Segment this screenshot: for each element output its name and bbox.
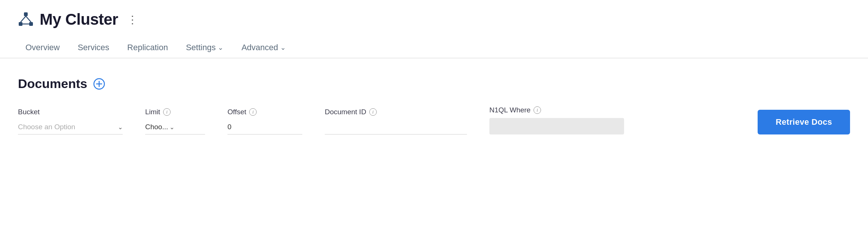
retrieve-docs-button[interactable]: Retrieve Docs — [758, 110, 850, 134]
document-id-info-icon[interactable]: i — [369, 108, 377, 116]
navigation-tabs: Overview Services Replication Settings ⌄… — [0, 37, 868, 58]
main-content: Documents Bucket Choose an Option ⌄ Limi… — [0, 58, 868, 134]
svg-rect-2 — [29, 22, 33, 26]
limit-select[interactable]: Choo... ⌄ — [145, 120, 205, 134]
cluster-title: My Cluster — [40, 10, 118, 28]
offset-label: Offset i — [227, 108, 302, 116]
settings-dropdown-icon: ⌄ — [218, 43, 223, 52]
tab-advanced[interactable]: Advanced ⌄ — [234, 37, 293, 58]
limit-label: Limit i — [145, 108, 205, 116]
limit-chevron-icon: ⌄ — [169, 124, 174, 131]
more-options-icon[interactable]: ⋮ — [124, 12, 141, 27]
tab-overview[interactable]: Overview — [18, 37, 67, 58]
svg-rect-0 — [24, 12, 28, 16]
documents-heading: Documents — [18, 76, 850, 91]
retrieve-docs-field: Retrieve Docs — [758, 110, 850, 134]
n1ql-where-label: N1QL Where i — [489, 106, 624, 114]
limit-field: Limit i Choo... ⌄ — [145, 108, 205, 134]
document-id-input[interactable] — [325, 120, 467, 134]
document-id-field: Document ID i — [325, 108, 467, 134]
n1ql-where-field: N1QL Where i — [489, 106, 624, 134]
document-id-label: Document ID i — [325, 108, 467, 116]
documents-form: Bucket Choose an Option ⌄ Limit i Choo..… — [18, 106, 850, 134]
n1ql-where-input — [489, 118, 624, 134]
cluster-icon — [18, 12, 34, 27]
limit-select-text: Choo... — [145, 123, 168, 131]
tab-replication[interactable]: Replication — [120, 37, 175, 58]
n1ql-where-info-icon[interactable]: i — [534, 106, 541, 114]
documents-title: Documents — [18, 76, 87, 91]
svg-line-4 — [26, 16, 31, 22]
bucket-chevron-icon: ⌄ — [118, 124, 123, 131]
bucket-field: Bucket Choose an Option ⌄ — [18, 108, 123, 134]
tab-settings[interactable]: Settings ⌄ — [178, 37, 231, 58]
svg-line-3 — [21, 16, 26, 22]
tab-services[interactable]: Services — [70, 37, 117, 58]
advanced-dropdown-icon: ⌄ — [280, 43, 286, 52]
offset-input[interactable] — [227, 120, 302, 134]
bucket-select[interactable]: Choose an Option ⌄ — [18, 120, 123, 134]
bucket-label: Bucket — [18, 108, 123, 116]
add-document-icon[interactable] — [93, 78, 105, 90]
bucket-select-text: Choose an Option — [18, 123, 118, 131]
page-header: My Cluster ⋮ — [0, 0, 868, 28]
svg-rect-1 — [19, 22, 22, 26]
limit-info-icon[interactable]: i — [163, 108, 171, 116]
offset-field: Offset i — [227, 108, 302, 134]
offset-info-icon[interactable]: i — [249, 108, 257, 116]
